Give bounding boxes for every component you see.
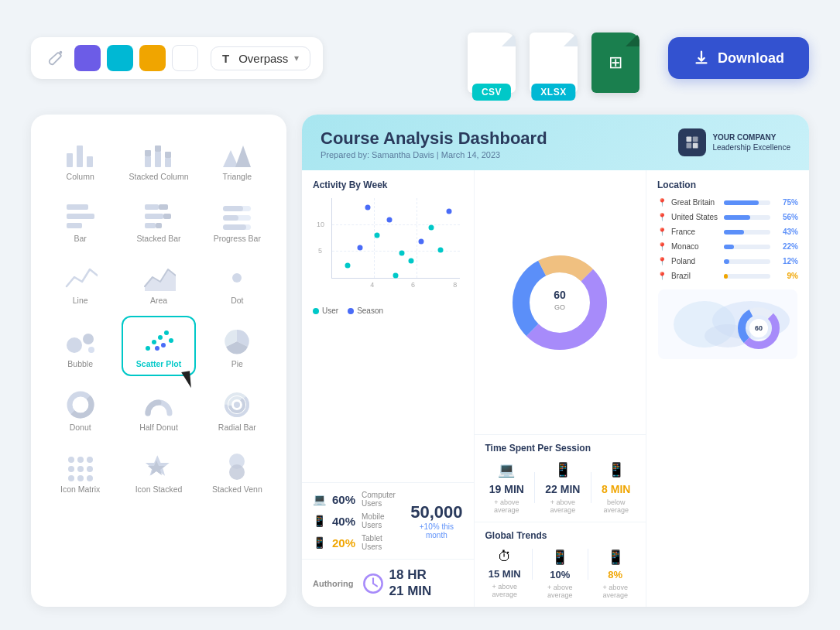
location-pct-mc: 22% [777,242,798,251]
chart-type-stacked-venn[interactable]: Stacked Venn [201,443,274,500]
dashboard-panel: Course Analysis Dashboard Prepared by: S… [302,115,809,607]
chart-axes: 10 5 4 6 8 [331,198,460,279]
color-orange[interactable] [139,45,166,71]
trend-lbl-3: + above average [596,584,636,599]
trend-val-2: 10% [550,569,570,580]
svg-point-47 [87,457,93,463]
stats-section: 💻 60% Computer Users 📱 40% Mobile Users … [302,483,474,560]
scatter-dot [429,224,434,230]
map-svg: 60 [657,289,798,359]
download-button[interactable]: Download [668,37,809,79]
chart-type-bubble[interactable]: Bubble [43,316,117,376]
download-label: Download [718,50,784,67]
svg-rect-60 [687,143,692,149]
trend-icon-2: 📱 [551,549,568,566]
paint-icon[interactable] [43,46,68,70]
xlsx-file-icon[interactable]: XLSX [526,23,581,93]
chart-type-icon-matrix[interactable]: Icon Matrix [43,443,117,500]
svg-point-44 [234,402,240,408]
color-teal[interactable] [107,45,133,71]
svg-rect-59 [693,137,698,142]
scatter-chart: 10 5 4 6 8 [313,198,463,291]
legend-user-label: User [322,306,338,315]
svg-point-34 [164,330,169,335]
location-bar-pl [724,259,770,264]
color-white[interactable] [172,45,198,71]
chart-type-dot[interactable]: Dot [201,254,274,311]
time-tablet-lbl: below average [598,498,635,514]
time-spent-section: Time Spent Per Session 💻 19 MIN + above … [475,435,646,522]
dashboard-title: Course Analysis Dashboard [321,128,547,149]
svg-point-48 [68,466,74,472]
stat-tablet-label: Tablet Users [362,534,401,551]
chart-type-half-donut[interactable]: Half Donut [122,381,195,438]
svg-rect-3 [87,156,93,167]
stat-mobile-label: Mobile Users [362,512,401,529]
chart-type-donut[interactable]: Donut [43,381,117,438]
time-mobile-lbl: + above average [541,498,585,514]
chart-type-triangle[interactable]: Triangle [201,130,274,187]
company-name: YOUR COMPANY Leadership Excellence [712,132,790,152]
svg-point-0 [60,51,63,54]
total-users-value: 50,000 [410,502,462,522]
chart-type-icon-stacked[interactable]: Icon Stacked [122,443,195,500]
chart-label-triangle: Triangle [223,172,252,181]
chart-legend: User Season [313,306,463,315]
chart-label-scatter: Scatter Plot [136,359,181,368]
authoring-section: Authoring 18 HR21 MIN [302,560,474,607]
file-export-icons: CSV XLSX ⊞ [464,23,643,93]
location-bar-mc [724,245,770,249]
scatter-dot [399,250,405,255]
chart-type-progress-bar[interactable]: Progress Bar [201,192,274,249]
svg-point-33 [158,335,163,340]
svg-rect-6 [155,152,161,167]
location-item-mc: 📍 Monaco 22% [657,242,798,251]
chart-type-area[interactable]: Area [122,254,195,311]
chart-type-panel: Column Stacked Column Triangle [31,115,286,607]
scatter-dot [447,209,452,214]
location-bar-br [724,274,770,279]
svg-point-46 [77,457,84,463]
chevron-down-icon: ▾ [294,53,299,63]
chart-type-stacked-bar[interactable]: Stacked Bar [122,192,195,249]
time-computer-icon: 💻 [498,461,515,478]
dashboard-mid-col: 60 GO Time Spent Per Session 💻 19 MIN + … [475,170,647,607]
time-mobile-icon: 📱 [554,461,571,478]
scatter-dot [387,217,393,222]
stat-row-tablet: 📱 20% Tablet Users [313,534,401,551]
tablet-icon: 📱 [313,536,326,549]
trend-val-1: 15 MIN [489,568,521,580]
time-stats: 💻 19 MIN + above average 📱 22 MIN + abov… [485,461,636,514]
stat-computer-pct: 60% [332,493,355,506]
svg-point-69 [538,281,581,324]
svg-rect-1 [67,153,73,167]
color-purple[interactable] [74,45,101,71]
svg-text:60: 60 [755,324,763,332]
chart-type-bar[interactable]: Bar [43,192,117,249]
location-pin-fr: 📍 [657,228,667,236]
trend-lbl-2: + above average [540,584,580,599]
trend-divider-2 [588,549,588,580]
stat-row-computer: 💻 60% Computer Users [313,491,401,508]
chart-label-progress-bar: Progress Bar [214,234,261,243]
chart-type-line[interactable]: Line [43,254,117,311]
svg-rect-8 [165,158,171,167]
location-name-fr: France [671,228,724,236]
chart-type-pie[interactable]: Pie [201,316,274,376]
main-content: Column Stacked Column Triangle [31,115,809,607]
svg-point-57 [229,464,245,480]
chart-type-column[interactable]: Column [43,130,117,187]
font-selector[interactable]: T Overpass ▾ [211,46,310,70]
svg-rect-14 [67,223,82,228]
svg-rect-2 [77,146,83,167]
chart-label-stacked-column: Stacked Column [129,172,188,181]
location-pct-fr: 43% [777,228,798,236]
svg-marker-11 [235,146,251,167]
svg-point-29 [83,334,94,344]
chart-type-stacked-column[interactable]: Stacked Column [122,130,195,187]
chart-type-scatter[interactable]: Scatter Plot [122,316,195,376]
sheets-file-icon[interactable]: ⊞ [588,23,643,93]
csv-file-icon[interactable]: CSV [464,23,519,93]
svg-rect-7 [155,146,161,152]
chart-type-radial-bar[interactable]: Radial Bar [201,381,274,438]
